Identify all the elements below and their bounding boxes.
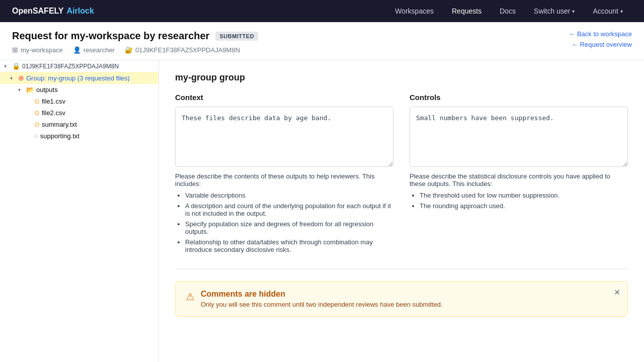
comments-hidden-banner: ⚠ Comments are hidden Only you will see … bbox=[175, 281, 628, 317]
context-textarea[interactable] bbox=[175, 107, 393, 167]
main-layout: ▾ 🔒 01J9KFE1F38FAZ5XPPDAJA9M8N ▾ ⊕ Group… bbox=[0, 60, 644, 362]
comments-banner-sub: Only you will see this comment until two… bbox=[201, 301, 443, 308]
controls-bullet-1: The threshold used for low number suppre… bbox=[420, 192, 628, 199]
close-button[interactable]: ✕ bbox=[614, 288, 620, 297]
section-divider bbox=[175, 268, 628, 269]
group-icon: ⊕ bbox=[18, 74, 24, 82]
nav-workspaces[interactable]: Workspaces bbox=[386, 0, 443, 22]
chevron-down-icon: ▾ bbox=[18, 87, 24, 93]
context-help: Please describe the contents of these ou… bbox=[175, 172, 393, 188]
context-bullet-3: Specify population size and degrees of f… bbox=[185, 220, 393, 235]
tree-root[interactable]: ▾ 🔒 01J9KFE1F38FAZ5XPPDAJA9M8N bbox=[0, 60, 158, 72]
tree-group-label: Group: my-group (3 requested files) bbox=[26, 74, 130, 82]
tree-file-name: file1.csv bbox=[42, 98, 65, 105]
title-row: Request for my-workspace by researcher S… bbox=[12, 30, 258, 42]
file-csv-icon: ⊙ bbox=[34, 109, 40, 117]
lock-icon: 🔒 bbox=[12, 62, 20, 70]
context-bullet-1: Variable descriptions bbox=[185, 192, 393, 199]
page-header: Request for my-workspace by researcher S… bbox=[0, 22, 644, 60]
context-bullets: Variable descriptions A description and … bbox=[185, 192, 393, 253]
nav-account[interactable]: Account ▾ bbox=[584, 0, 632, 22]
warning-icon: ⚠ bbox=[186, 291, 195, 303]
tree-file-name: summary.txt bbox=[42, 121, 77, 128]
brand-airlock: Airlock bbox=[67, 7, 94, 16]
folder-icon: 📂 bbox=[26, 86, 34, 94]
workspace-name: my-workspace bbox=[21, 46, 63, 54]
brand-open: OpenSAFELY bbox=[12, 7, 64, 16]
comments-banner-title: Comments are hidden bbox=[201, 290, 443, 299]
chevron-down-icon: ▾ bbox=[620, 9, 623, 14]
chevron-down-icon: ▾ bbox=[572, 9, 575, 14]
tree-file-name: file2.csv bbox=[42, 109, 65, 117]
request-overview-link[interactable]: ← Request overview bbox=[572, 41, 632, 48]
tree-root-label: 01J9KFE1F38FAZ5XPPDAJA9M8N bbox=[22, 63, 119, 70]
header-left: Request for my-workspace by researcher S… bbox=[12, 30, 258, 54]
nav-docs[interactable]: Docs bbox=[491, 0, 525, 22]
navbar: OpenSAFELY Airlock Workspaces Requests D… bbox=[0, 0, 644, 22]
researcher-meta: 👤 researcher bbox=[73, 46, 115, 54]
group-title: my-group group bbox=[175, 72, 628, 83]
comments-banner-content: Comments are hidden Only you will see th… bbox=[201, 290, 443, 308]
page-title: Request for my-workspace by researcher bbox=[12, 30, 209, 42]
controls-bullets: The threshold used for low number suppre… bbox=[420, 192, 628, 210]
controls-label: Controls bbox=[410, 93, 628, 102]
context-controls-grid: Context Please describe the contents of … bbox=[175, 93, 628, 256]
content-area: my-group group Context Please describe t… bbox=[159, 60, 644, 362]
controls-help: Please describe the statistical disclosu… bbox=[410, 172, 628, 188]
context-label: Context bbox=[175, 93, 393, 102]
request-id: 01J9KFE1F38FAZ5XPPDAJA9M8N bbox=[135, 46, 240, 54]
chevron-down-icon: ▾ bbox=[10, 75, 16, 81]
tree-group[interactable]: ▾ ⊕ Group: my-group (3 requested files) bbox=[0, 72, 158, 84]
controls-textarea[interactable] bbox=[410, 107, 628, 167]
context-bullet-4: Relationship to other data/tables which … bbox=[185, 238, 393, 253]
nav-switch-user[interactable]: Switch user ▾ bbox=[525, 0, 584, 22]
nav-requests[interactable]: Requests bbox=[443, 0, 491, 22]
file-tree-sidebar: ▾ 🔒 01J9KFE1F38FAZ5XPPDAJA9M8N ▾ ⊕ Group… bbox=[0, 60, 159, 362]
tree-file-file1[interactable]: ▾ ⊙ file1.csv bbox=[0, 96, 158, 107]
tree-outputs-folder[interactable]: ▾ 📂 outputs bbox=[0, 84, 158, 96]
workspace-icon bbox=[12, 46, 18, 54]
header-right: ← Back to workspace ← Request overview bbox=[569, 30, 632, 48]
brand: OpenSAFELY Airlock bbox=[12, 7, 94, 16]
tree-file-name: supporting.txt bbox=[40, 132, 79, 140]
controls-bullet-2: The rounding approach used. bbox=[420, 202, 628, 210]
tree-file-summary[interactable]: ▾ ⊙ summary.txt bbox=[0, 119, 158, 130]
workspace-meta: my-workspace bbox=[12, 46, 63, 54]
context-bullet-2: A description and count of the underlyin… bbox=[185, 202, 393, 217]
tree-file-supporting[interactable]: ▾ ○ supporting.txt bbox=[0, 130, 158, 142]
file-csv-icon: ⊙ bbox=[34, 98, 40, 105]
context-section: Context Please describe the contents of … bbox=[175, 93, 393, 256]
tree-outputs-label: outputs bbox=[36, 86, 58, 94]
file-icon: ○ bbox=[34, 132, 38, 140]
researcher-name: researcher bbox=[84, 46, 115, 54]
user-icon: 👤 bbox=[73, 46, 81, 54]
controls-section: Controls Please describe the statistical… bbox=[410, 93, 628, 256]
chevron-down-icon: ▾ bbox=[4, 63, 10, 69]
page-meta: my-workspace 👤 researcher 🔐 01J9KFE1F38F… bbox=[12, 46, 258, 54]
request-id-meta: 🔐 01J9KFE1F38FAZ5XPPDAJA9M8N bbox=[125, 46, 240, 54]
back-to-workspace-link[interactable]: ← Back to workspace bbox=[569, 30, 632, 38]
status-badge: SUBMITTED bbox=[215, 32, 258, 41]
file-txt-icon: ⊙ bbox=[34, 121, 40, 128]
tree-file-file2[interactable]: ▾ ⊙ file2.csv bbox=[0, 107, 158, 119]
id-icon: 🔐 bbox=[125, 46, 133, 54]
